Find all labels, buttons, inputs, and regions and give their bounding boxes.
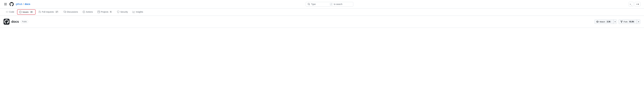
breadcrumb-repo[interactable]: docs <box>25 3 30 5</box>
watch-label: Watch <box>600 21 605 23</box>
security-icon <box>117 11 120 13</box>
tab-issues-label: Issues <box>22 11 28 13</box>
projects-icon <box>98 11 100 13</box>
repo-identity: docs Public <box>4 19 28 25</box>
tab-discussions-label: Discussions <box>67 11 78 13</box>
tab-pull-requests[interactable]: Pull requests 17 <box>36 9 61 15</box>
tab-actions[interactable]: Actions <box>80 9 95 15</box>
watch-count: 2.3k <box>606 20 612 23</box>
plus-chevron: ▾ <box>638 3 639 5</box>
navbar-left: github / docs <box>4 2 30 6</box>
fork-button-group: Fork 61.9k ▾ <box>618 19 640 24</box>
tab-code[interactable]: Code <box>4 9 16 15</box>
search-suffix: to search <box>334 3 351 5</box>
search-kbd: / <box>330 3 333 5</box>
actions-icon <box>83 11 85 13</box>
code-icon <box>6 11 8 13</box>
search-bar[interactable]: Type / to search <box>306 2 353 6</box>
issues-tab-highlight: Issues 40 <box>17 9 36 15</box>
tab-insights[interactable]: Insights <box>130 9 146 15</box>
breadcrumb-org[interactable]: github <box>16 3 22 5</box>
tab-projects-label: Projects <box>101 11 108 13</box>
repo-action-buttons: Watch 2.3k ▾ Fork 61.9k ▾ <box>594 19 640 24</box>
fork-button[interactable]: Fork 61.9k <box>618 19 637 24</box>
new-button[interactable]: + ▾ <box>635 2 640 6</box>
search-icon <box>308 3 310 5</box>
visibility-badge: Public <box>21 20 28 23</box>
hamburger-button[interactable] <box>4 2 8 6</box>
repo-name[interactable]: docs <box>11 20 19 24</box>
tab-insights-label: Insights <box>136 11 143 13</box>
pr-icon <box>38 11 41 13</box>
tab-pr-label: Pull requests <box>42 11 54 13</box>
tab-discussions[interactable]: Discussions <box>61 9 80 15</box>
pr-badge: 17 <box>55 11 59 13</box>
tab-code-label: Code <box>9 11 14 13</box>
repo-logo <box>4 19 10 25</box>
terminal-button[interactable]: >_ <box>629 2 634 6</box>
watch-button[interactable]: Watch 2.3k <box>594 19 613 24</box>
insights-icon <box>133 11 135 13</box>
tab-security-label: Security <box>120 11 128 13</box>
fork-count: 61.9k <box>628 20 635 23</box>
issues-badge: 40 <box>30 11 34 13</box>
plus-label: + <box>636 3 638 5</box>
watch-dropdown-button[interactable]: ▾ <box>613 19 617 24</box>
discussions-icon <box>64 11 66 13</box>
fork-label: Fork <box>624 21 628 23</box>
github-logo[interactable] <box>9 2 14 6</box>
navbar-search: Type / to search <box>32 2 626 6</box>
fork-icon <box>620 20 623 23</box>
tab-security[interactable]: Security <box>115 9 130 15</box>
repo-tabs: Code Issues 40 Pull requests 17 <box>0 8 644 16</box>
tab-issues[interactable]: Issues 40 <box>18 10 35 14</box>
projects-badge: 6 <box>109 11 112 13</box>
fork-dropdown-button[interactable]: ▾ <box>637 19 640 24</box>
repo-header: docs Public Watch 2.3k ▾ Fork 61.9k <box>0 16 644 28</box>
breadcrumb: github / docs <box>16 3 30 5</box>
eye-icon <box>596 20 599 23</box>
top-navbar: github / docs Type / to search >_ + ▾ <box>0 0 644 8</box>
watch-button-group: Watch 2.3k ▾ <box>594 19 617 24</box>
search-placeholder-text: Type <box>311 3 329 5</box>
navbar-actions: >_ + ▾ <box>629 2 640 6</box>
issues-icon <box>19 11 22 13</box>
tab-actions-label: Actions <box>86 11 93 13</box>
tab-projects[interactable]: Projects 6 <box>95 9 115 15</box>
breadcrumb-separator: / <box>23 3 24 5</box>
